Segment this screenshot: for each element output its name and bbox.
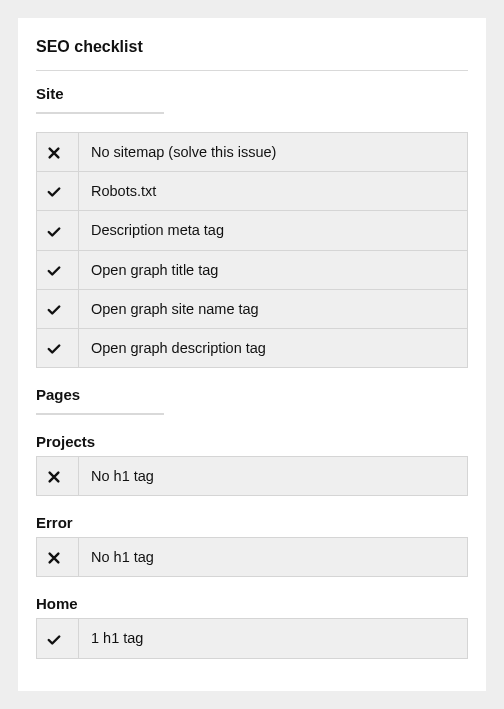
table-row: Open graph site name tag <box>37 289 468 328</box>
check-icon <box>47 633 61 647</box>
cross-icon <box>47 146 61 160</box>
cross-icon <box>47 470 61 484</box>
status-cell <box>37 133 79 172</box>
check-text: Open graph description tag <box>79 328 468 367</box>
check-icon <box>47 303 61 317</box>
status-cell <box>37 457 79 496</box>
page-group-title-error: Error <box>36 514 468 531</box>
table-row: Description meta tag <box>37 211 468 250</box>
page-group-title-home: Home <box>36 595 468 612</box>
status-cell <box>37 211 79 250</box>
check-icon <box>47 264 61 278</box>
error-check-table: No h1 tag <box>36 537 468 577</box>
table-row: No sitemap (solve this issue) <box>37 133 468 172</box>
seo-checklist-panel: SEO checklist Site No sitemap (solve thi… <box>18 18 486 691</box>
section-underline <box>36 112 164 114</box>
status-cell <box>37 172 79 211</box>
status-cell <box>37 619 79 658</box>
check-icon <box>47 225 61 239</box>
page-group-title-projects: Projects <box>36 433 468 450</box>
check-text: Description meta tag <box>79 211 468 250</box>
page-title: SEO checklist <box>36 38 468 56</box>
check-text: No h1 tag <box>79 538 468 577</box>
check-text: Robots.txt <box>79 172 468 211</box>
check-text[interactable]: No sitemap (solve this issue) <box>79 133 468 172</box>
table-row: 1 h1 tag <box>37 619 468 658</box>
projects-check-table: No h1 tag <box>36 456 468 496</box>
check-text: Open graph title tag <box>79 250 468 289</box>
status-cell <box>37 250 79 289</box>
table-row: Robots.txt <box>37 172 468 211</box>
site-check-table: No sitemap (solve this issue) Robots.txt… <box>36 132 468 368</box>
home-check-table: 1 h1 tag <box>36 618 468 658</box>
divider <box>36 70 468 71</box>
check-icon <box>47 185 61 199</box>
status-cell <box>37 289 79 328</box>
check-text: 1 h1 tag <box>79 619 468 658</box>
cross-icon <box>47 551 61 565</box>
table-row: Open graph description tag <box>37 328 468 367</box>
section-heading-pages: Pages <box>36 386 468 403</box>
section-underline <box>36 413 164 415</box>
status-cell <box>37 328 79 367</box>
section-heading-site: Site <box>36 85 468 102</box>
check-text: No h1 tag <box>79 457 468 496</box>
check-text: Open graph site name tag <box>79 289 468 328</box>
table-row: No h1 tag <box>37 457 468 496</box>
check-icon <box>47 342 61 356</box>
table-row: Open graph title tag <box>37 250 468 289</box>
table-row: No h1 tag <box>37 538 468 577</box>
status-cell <box>37 538 79 577</box>
